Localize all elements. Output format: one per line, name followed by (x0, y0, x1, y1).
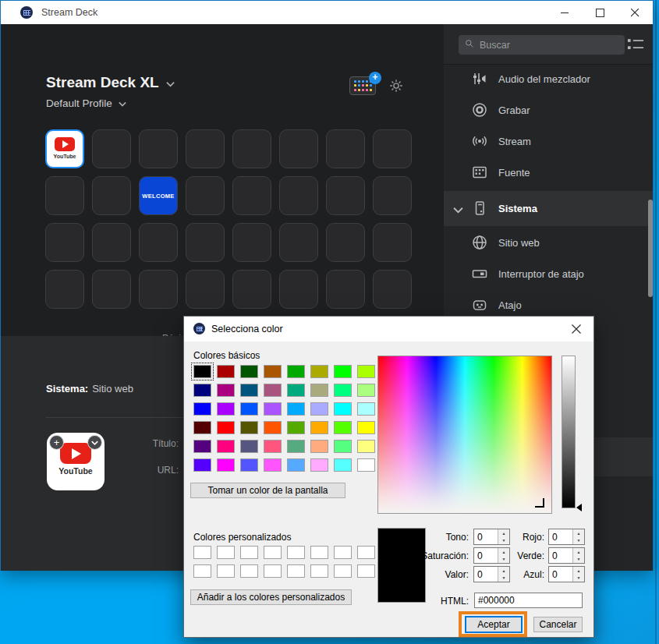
color-swatch[interactable] (310, 421, 328, 434)
deck-key-r1c2[interactable]: WELCOME (139, 176, 178, 215)
color-swatch[interactable] (334, 421, 352, 434)
color-swatch[interactable] (287, 384, 305, 397)
maximize-button[interactable] (583, 1, 618, 24)
color-swatch[interactable] (217, 564, 235, 578)
color-swatch[interactable] (193, 440, 211, 453)
color-swatch[interactable] (357, 402, 375, 416)
color-swatch[interactable] (357, 365, 375, 378)
deck-key-r0c6[interactable] (326, 129, 365, 168)
deck-key-r2c6[interactable] (326, 223, 365, 262)
sidebar-item-shortcut-switch[interactable]: Interruptor de atajo (444, 258, 653, 289)
color-swatch[interactable] (193, 564, 211, 578)
color-swatch[interactable] (334, 440, 352, 453)
color-swatch[interactable] (334, 384, 352, 397)
image-options-button[interactable] (87, 435, 102, 450)
add-custom-color-button[interactable]: Añadir a los colores personalizados (190, 589, 352, 605)
color-swatch[interactable] (217, 421, 235, 434)
color-swatch[interactable] (357, 440, 375, 453)
close-button[interactable] (618, 1, 653, 24)
color-swatch[interactable] (217, 546, 235, 559)
deck-key-r2c4[interactable] (232, 223, 271, 262)
blue-spinbox[interactable]: 0▲▼ (548, 566, 585, 582)
color-swatch[interactable] (264, 365, 282, 378)
sidebar-scrollbar[interactable] (648, 200, 653, 297)
color-swatch[interactable] (287, 458, 305, 472)
titlebar[interactable]: Stream Deck (1, 1, 653, 24)
deck-key-r1c0[interactable] (45, 176, 84, 215)
deck-key-r3c4[interactable] (232, 270, 271, 309)
deck-key-r2c5[interactable] (279, 223, 318, 262)
deck-key-r3c6[interactable] (326, 270, 365, 309)
pick-screen-color-button[interactable]: Tomar un color de la pantalla (190, 483, 345, 498)
value-slider-arrow-icon[interactable] (576, 504, 582, 511)
color-swatch[interactable] (240, 440, 258, 453)
deck-key-r3c2[interactable] (139, 270, 178, 309)
list-view-toggle-icon[interactable] (627, 37, 644, 52)
deck-key-r3c0[interactable] (45, 270, 84, 309)
color-swatch[interactable] (287, 421, 305, 434)
color-swatch[interactable] (193, 421, 211, 434)
deck-key-r3c3[interactable] (186, 270, 225, 309)
deck-key-r1c6[interactable] (326, 176, 365, 215)
sidebar-item-record[interactable]: Grabar (444, 94, 653, 126)
color-swatch[interactable] (264, 402, 282, 416)
color-swatch[interactable] (193, 546, 211, 559)
dialog-close-button[interactable] (558, 317, 593, 341)
deck-key-r2c2[interactable] (139, 223, 178, 262)
color-swatch[interactable] (264, 440, 282, 453)
deck-key-r0c1[interactable] (92, 129, 131, 168)
deck-key-r1c1[interactable] (92, 176, 131, 215)
deck-key-r3c1[interactable] (92, 270, 131, 309)
sidebar-item-website[interactable]: Sitio web (444, 227, 653, 258)
color-swatch[interactable] (193, 365, 211, 378)
device-selector[interactable]: Stream Deck XL (46, 74, 175, 91)
color-swatch[interactable] (334, 365, 352, 378)
dialog-titlebar[interactable]: Selecciona color (184, 317, 593, 341)
sidebar-item-source[interactable]: Fuente (444, 157, 653, 188)
color-swatch[interactable] (193, 384, 211, 397)
color-swatch[interactable] (310, 546, 328, 559)
green-spinbox[interactable]: 0▲▼ (548, 547, 585, 564)
color-swatch[interactable] (357, 421, 375, 434)
color-swatch[interactable] (357, 546, 375, 559)
color-swatch[interactable] (264, 546, 282, 559)
color-swatch[interactable] (193, 402, 211, 416)
color-swatch[interactable] (310, 402, 328, 416)
deck-key-r3c5[interactable] (279, 270, 318, 309)
deck-key-r0c5[interactable] (279, 129, 318, 168)
value-slider[interactable] (562, 356, 576, 508)
profile-selector[interactable]: Default Profile (46, 97, 126, 109)
deck-key-r2c1[interactable] (92, 223, 131, 262)
color-swatch[interactable] (240, 365, 258, 378)
search-input[interactable]: Buscar (459, 35, 625, 55)
color-swatch[interactable] (357, 384, 375, 397)
color-swatch[interactable] (334, 458, 352, 472)
color-swatch[interactable] (357, 564, 375, 578)
sidebar-item-system[interactable]: Sistema (444, 191, 653, 226)
color-swatch[interactable] (287, 402, 305, 416)
color-swatch[interactable] (310, 365, 328, 378)
key-preview[interactable]: YouTube + (47, 433, 105, 490)
deck-key-r0c7[interactable] (373, 129, 412, 168)
color-swatch[interactable] (240, 421, 258, 434)
color-swatch[interactable] (334, 402, 352, 416)
color-swatch[interactable] (240, 458, 258, 472)
color-swatch[interactable] (240, 564, 258, 578)
deck-key-r3c7[interactable] (373, 270, 412, 309)
color-swatch[interactable] (287, 564, 305, 578)
deck-key-r1c3[interactable] (186, 176, 225, 215)
deck-key-r2c7[interactable] (373, 223, 412, 262)
color-swatch[interactable] (334, 546, 352, 559)
deck-key-r1c5[interactable] (279, 176, 318, 215)
add-image-button[interactable]: + (49, 435, 64, 450)
color-swatch[interactable] (264, 421, 282, 434)
deck-key-r0c3[interactable] (186, 129, 225, 168)
color-swatch[interactable] (217, 458, 235, 472)
deck-key-r2c0[interactable] (45, 223, 84, 262)
accept-button[interactable]: Aceptar (465, 616, 523, 633)
deck-key-r2c3[interactable] (186, 223, 225, 262)
deck-key-r0c4[interactable] (232, 129, 271, 168)
html-color-field[interactable]: #000000 (474, 593, 583, 608)
color-swatch[interactable] (217, 365, 235, 378)
color-swatch[interactable] (310, 564, 328, 578)
